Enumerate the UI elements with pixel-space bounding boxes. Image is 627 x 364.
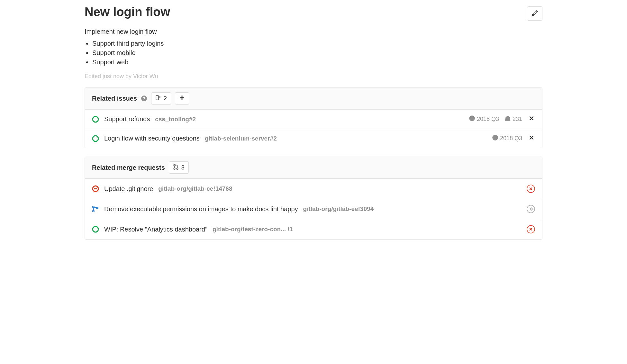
edit-button[interactable] (527, 6, 542, 21)
related-issue-row: Login flow with security questions gitla… (85, 129, 542, 148)
related-mr-row: WIP: Resolve "Analytics dashboard" gitla… (85, 219, 542, 239)
merged-mr-icon (92, 205, 99, 213)
related-issue-row: Support refunds css_tooling#2 2018 Q3 23… (85, 109, 542, 129)
closed-mr-icon (92, 185, 99, 192)
milestone: 2018 Q3 (492, 135, 522, 142)
svg-text:?: ? (143, 96, 145, 101)
svg-point-13 (174, 164, 175, 166)
weight: 231 (505, 115, 522, 123)
count-value: 3 (181, 164, 185, 171)
plus-icon (179, 95, 185, 102)
remove-related-issue-button[interactable] (528, 135, 535, 142)
milestone-label: 2018 Q3 (477, 116, 499, 123)
svg-rect-2 (156, 96, 159, 100)
mr-reference[interactable]: gitlab-org/test-zero-con... !1 (213, 226, 293, 233)
svg-point-5 (93, 116, 98, 122)
list-item: Support mobile (92, 49, 542, 57)
related-mrs-header: Related merge requests 3 (85, 157, 542, 178)
weight-label: 231 (513, 116, 522, 123)
related-issues-panel: Related issues ? 2 Suppo (85, 87, 542, 148)
pencil-icon (532, 10, 538, 17)
close-icon (529, 115, 534, 123)
svg-point-9 (93, 136, 98, 141)
help-icon[interactable]: ? (141, 95, 147, 102)
open-issue-icon (92, 116, 99, 123)
milestone-label: 2018 Q3 (500, 135, 522, 142)
mr-title[interactable]: WIP: Resolve "Analytics dashboard" (104, 226, 207, 233)
related-mr-row: Remove executable permissions on images … (85, 199, 542, 219)
open-issue-icon (92, 135, 99, 142)
open-mr-icon (92, 226, 99, 233)
related-issues-count: 2 (151, 92, 171, 105)
related-mrs-count: 3 (169, 161, 189, 174)
clock-icon (492, 135, 498, 142)
issue-reference[interactable]: gitlab-selenium-server#2 (205, 135, 277, 142)
count-value: 2 (164, 95, 167, 102)
issue-reference[interactable]: css_tooling#2 (155, 116, 196, 123)
weight-icon (505, 115, 511, 123)
close-icon (529, 135, 534, 142)
related-mrs-panel: Related merge requests 3 Update .gitigno… (85, 157, 542, 240)
page-title: New login flow (85, 5, 170, 19)
related-issues-header: Related issues ? 2 (85, 88, 542, 109)
merge-request-icon (173, 164, 179, 171)
mr-reference[interactable]: gitlab-org/gitlab-ce!14768 (158, 185, 232, 192)
svg-point-25 (93, 226, 98, 232)
clock-icon (469, 115, 475, 123)
svg-point-15 (177, 168, 178, 169)
description-text: Implement new login flow (85, 28, 542, 35)
list-item: Support third party logins (92, 40, 542, 47)
svg-point-14 (174, 168, 175, 169)
svg-point-22 (93, 210, 94, 212)
mr-title[interactable]: Remove executable permissions on images … (104, 205, 298, 213)
svg-point-23 (96, 207, 98, 209)
related-issues-title: Related issues (92, 95, 137, 102)
add-related-issue-button[interactable] (175, 92, 189, 105)
issue-icon (155, 95, 161, 102)
edited-by-text: Edited just now by Victor Wu (85, 73, 542, 80)
svg-point-21 (93, 206, 94, 208)
related-mr-row: Update .gitignore gitlab-org/gitlab-ce!1… (85, 178, 542, 199)
issue-title[interactable]: Support refunds (104, 115, 150, 123)
mr-reference[interactable]: gitlab-org/gitlab-ee!3094 (303, 205, 374, 213)
pipeline-failed-icon[interactable] (527, 225, 535, 233)
pipeline-skipped-icon[interactable] (527, 205, 535, 213)
list-item: Support web (92, 59, 542, 66)
mr-title[interactable]: Update .gitignore (104, 185, 153, 193)
remove-related-issue-button[interactable] (528, 116, 535, 123)
related-mrs-title: Related merge requests (92, 164, 165, 171)
requirements-list: Support third party logins Support mobil… (92, 40, 542, 66)
pipeline-failed-icon[interactable] (527, 185, 535, 193)
issue-title[interactable]: Login flow with security questions (104, 135, 200, 142)
milestone: 2018 Q3 (469, 115, 499, 123)
